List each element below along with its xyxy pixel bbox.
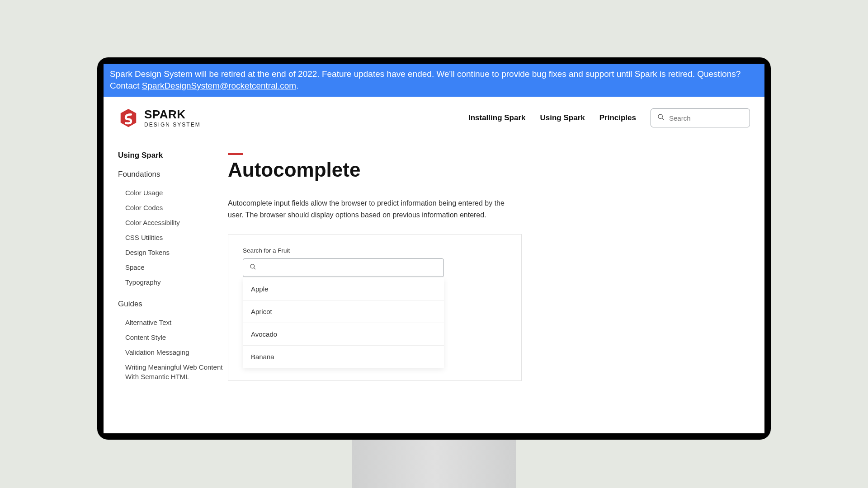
- logo-brand: SPARK: [144, 108, 201, 120]
- sidebar-item[interactable]: Writing Meaningful Web Content With Sema…: [118, 360, 228, 384]
- autocomplete-option[interactable]: Avocado: [243, 323, 444, 346]
- autocomplete-option[interactable]: Banana: [243, 346, 444, 368]
- logo-text: SPARK DESIGN SYSTEM: [144, 108, 201, 127]
- autocomplete-input[interactable]: [261, 264, 437, 272]
- sidebar: Using Spark Foundations Color Usage Colo…: [104, 139, 228, 433]
- svg-point-0: [658, 114, 662, 118]
- sidebar-list-guides: Alternative Text Content Style Validatio…: [118, 315, 228, 384]
- search-box[interactable]: [651, 108, 750, 127]
- page-title: Autocomplete: [228, 159, 746, 181]
- sidebar-list-foundations: Color Usage Color Codes Color Accessibil…: [118, 185, 228, 290]
- logo-sub: DESIGN SYSTEM: [144, 122, 201, 127]
- monitor-stand: [352, 440, 516, 488]
- sidebar-item[interactable]: CSS Utilities: [118, 230, 228, 245]
- autocomplete-demo: Search for a Fruit Apple Apricot Avocado…: [228, 234, 522, 381]
- svg-point-2: [250, 264, 255, 268]
- logo[interactable]: SPARK DESIGN SYSTEM: [118, 108, 201, 128]
- main-content: Autocomplete Autocomplete input fields a…: [228, 139, 764, 433]
- autocomplete-option[interactable]: Apricot: [243, 300, 444, 323]
- sidebar-item[interactable]: Content Style: [118, 330, 228, 345]
- sidebar-item[interactable]: Color Accessibility: [118, 215, 228, 230]
- sidebar-section-foundations[interactable]: Foundations: [118, 170, 228, 179]
- nav-link-principles[interactable]: Principles: [599, 113, 636, 122]
- autocomplete-label: Search for a Fruit: [243, 247, 507, 254]
- svg-line-3: [254, 268, 255, 270]
- screen: Spark Design System will be retired at t…: [104, 64, 764, 433]
- sidebar-item[interactable]: Space: [118, 260, 228, 275]
- monitor-frame: Spark Design System will be retired at t…: [97, 57, 771, 440]
- banner-text-after: .: [296, 81, 298, 90]
- page-body: Using Spark Foundations Color Usage Colo…: [104, 139, 764, 433]
- sidebar-heading[interactable]: Using Spark: [118, 151, 228, 160]
- banner-email-link[interactable]: SparkDesignSystem@rocketcentral.com: [142, 81, 296, 90]
- header: SPARK DESIGN SYSTEM Installing Spark Usi…: [104, 97, 764, 139]
- sidebar-item[interactable]: Color Usage: [118, 185, 228, 200]
- sidebar-item[interactable]: Alternative Text: [118, 315, 228, 330]
- page-description: Autocomplete input fields allow the brow…: [228, 197, 517, 221]
- autocomplete-option[interactable]: Apple: [243, 278, 444, 300]
- svg-line-1: [662, 118, 664, 120]
- spark-logo-icon: [118, 108, 139, 128]
- sidebar-section-guides[interactable]: Guides: [118, 300, 228, 309]
- top-nav: Installing Spark Using Spark Principles: [468, 108, 750, 127]
- sidebar-item[interactable]: Validation Messaging: [118, 345, 228, 360]
- retirement-banner: Spark Design System will be retired at t…: [104, 64, 764, 97]
- accent-bar: [228, 153, 243, 155]
- autocomplete-dropdown: Apple Apricot Avocado Banana: [243, 278, 444, 368]
- search-input[interactable]: [669, 114, 743, 122]
- sidebar-item[interactable]: Design Tokens: [118, 245, 228, 260]
- search-icon: [250, 263, 256, 272]
- sidebar-item[interactable]: Typography: [118, 275, 228, 290]
- autocomplete-input-wrap[interactable]: [243, 258, 444, 277]
- nav-link-using[interactable]: Using Spark: [540, 113, 585, 122]
- sidebar-item[interactable]: Color Codes: [118, 200, 228, 215]
- search-icon: [657, 113, 665, 122]
- nav-link-installing[interactable]: Installing Spark: [468, 113, 526, 122]
